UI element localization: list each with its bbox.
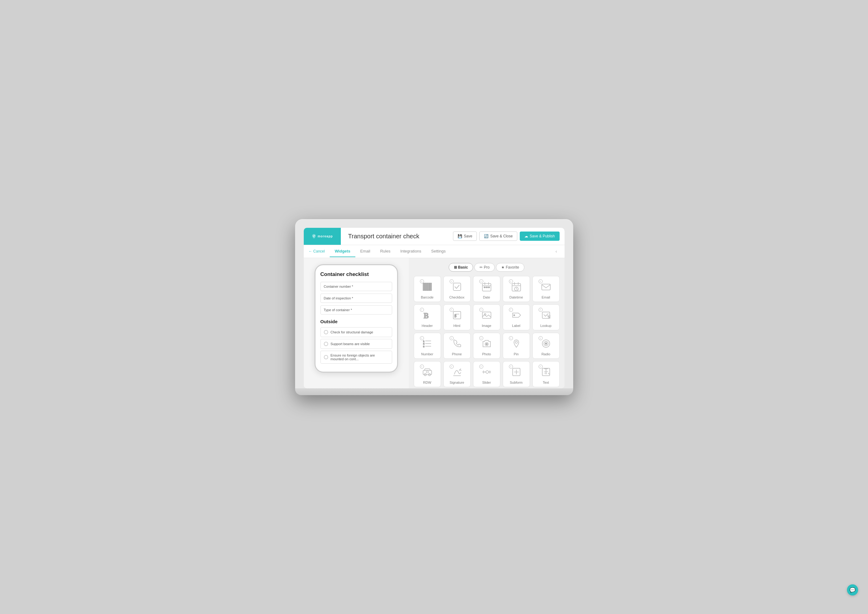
widget-datetime[interactable]: i Da bbox=[503, 276, 530, 302]
photo-icon: i bbox=[480, 337, 493, 350]
widget-pin[interactable]: i Pin bbox=[503, 333, 530, 359]
nav-tabs: Widgets Email Rules Integrations Setting… bbox=[330, 246, 552, 257]
brand-logo: moreapp bbox=[311, 234, 333, 239]
image-label: Image bbox=[482, 324, 491, 327]
widget-text[interactable]: i Text bbox=[532, 361, 560, 387]
widget-phone[interactable]: i Phone bbox=[443, 333, 471, 359]
section-outside: Outside bbox=[320, 319, 392, 324]
lookup-icon: i bbox=[539, 309, 553, 322]
save-icon: 💾 bbox=[457, 234, 462, 238]
phone-label: Phone bbox=[452, 352, 462, 356]
svg-line-22 bbox=[516, 288, 517, 289]
svg-rect-0 bbox=[423, 283, 424, 290]
widget-barcode[interactable]: i bbox=[414, 276, 441, 302]
pin-label: Pin bbox=[514, 352, 519, 356]
checklist-item-2[interactable]: Support beams are visible bbox=[320, 339, 392, 349]
tab-integrations[interactable]: Integrations bbox=[395, 246, 426, 257]
svg-point-55 bbox=[486, 371, 488, 373]
header-icon: i B bbox=[420, 309, 434, 322]
widget-number[interactable]: i 1 2 3 Number bbox=[414, 333, 441, 359]
widget-tab-favorite[interactable]: ★ Favorite bbox=[496, 263, 524, 272]
checklist-item-3[interactable]: Ensure no foreign objects are mounted on… bbox=[320, 351, 392, 364]
save-publish-button[interactable]: ☁ Save & Publish bbox=[520, 231, 559, 241]
slider-icon: i bbox=[480, 365, 493, 379]
app-container: moreapp Transport container check 💾 Save… bbox=[304, 228, 565, 388]
tab-settings[interactable]: Settings bbox=[426, 246, 451, 257]
field-type-container[interactable]: Type of container * bbox=[320, 305, 392, 315]
widget-photo[interactable]: i Photo bbox=[473, 333, 500, 359]
svg-rect-23 bbox=[542, 284, 550, 290]
radio-label: Radio bbox=[541, 352, 550, 356]
svg-rect-13 bbox=[484, 287, 485, 288]
text-icon: i bbox=[539, 365, 553, 379]
svg-text:2: 2 bbox=[423, 342, 425, 345]
collapse-icon[interactable]: ‹ bbox=[553, 248, 560, 255]
brand-name: moreapp bbox=[318, 235, 333, 238]
cancel-link[interactable]: ← Cancel bbox=[309, 249, 329, 253]
widget-signature[interactable]: i Signature bbox=[443, 361, 471, 387]
html-label: Html bbox=[453, 324, 460, 327]
laptop-shell: moreapp Transport container check 💾 Save… bbox=[295, 219, 573, 395]
widget-subform[interactable]: i Subform bbox=[503, 361, 530, 387]
barcode-icon: i bbox=[420, 280, 434, 293]
svg-point-42 bbox=[486, 343, 487, 344]
signature-label: Signature bbox=[450, 381, 464, 385]
barcode-label: Barcode bbox=[421, 295, 434, 299]
label-icon: i bbox=[510, 309, 523, 322]
svg-rect-2 bbox=[425, 283, 426, 290]
date-icon: i bbox=[480, 280, 493, 293]
checkbox-label: Checkbox bbox=[449, 295, 464, 299]
navbar: ← Cancel Widgets Email Rules Integration… bbox=[304, 245, 565, 258]
save-close-button[interactable]: 🔄 Save & Close bbox=[479, 231, 517, 241]
widget-email[interactable]: i Email bbox=[532, 276, 560, 302]
svg-rect-50 bbox=[426, 371, 428, 373]
field-date-inspection[interactable]: Date of inspection * bbox=[320, 293, 392, 303]
svg-text:3: 3 bbox=[423, 345, 425, 348]
pin-icon: i bbox=[510, 337, 523, 350]
email-label: Email bbox=[542, 295, 550, 299]
tab-widgets[interactable]: Widgets bbox=[330, 246, 355, 257]
svg-rect-8 bbox=[453, 283, 460, 290]
svg-point-46 bbox=[545, 343, 547, 344]
widget-grid: i bbox=[414, 276, 560, 388]
widget-tab-basic[interactable]: ⊞ Basic bbox=[449, 263, 473, 272]
widget-checkbox[interactable]: i Checkbox bbox=[443, 276, 471, 302]
svg-point-30 bbox=[513, 315, 515, 315]
html-icon: i 5 bbox=[450, 309, 464, 322]
svg-text:1: 1 bbox=[423, 340, 425, 342]
lookup-label: Lookup bbox=[540, 324, 551, 327]
widget-image[interactable]: i Image bbox=[473, 304, 500, 330]
widget-slider[interactable]: i Slider bbox=[473, 361, 500, 387]
header-label: Header bbox=[422, 324, 432, 327]
checklist-item-1[interactable]: Check for structural damage bbox=[320, 327, 392, 337]
photo-label: Photo bbox=[482, 352, 491, 356]
rdw-label: RDW bbox=[423, 381, 431, 385]
widget-header[interactable]: i B Header bbox=[414, 304, 441, 330]
label-label: Label bbox=[512, 324, 520, 327]
widget-date[interactable]: i Da bbox=[473, 276, 500, 302]
radio-icon: i bbox=[539, 337, 553, 350]
radio-circle-2 bbox=[324, 342, 328, 346]
widget-tab-pro[interactable]: ✏ Pro bbox=[474, 263, 495, 272]
date-label: Date bbox=[483, 295, 490, 299]
widget-rdw[interactable]: i RDW bbox=[414, 361, 441, 387]
widget-label[interactable]: i Label bbox=[503, 304, 530, 330]
svg-point-43 bbox=[515, 341, 517, 343]
brand-area: moreapp bbox=[304, 228, 341, 245]
tab-rules[interactable]: Rules bbox=[375, 246, 395, 257]
widget-lookup[interactable]: i Lookup bbox=[532, 304, 560, 330]
topbar-actions: 💾 Save 🔄 Save & Close ☁ Save & Publish bbox=[453, 231, 564, 241]
field-container-number[interactable]: Container number * bbox=[320, 282, 392, 291]
laptop-base bbox=[295, 388, 573, 395]
save-button[interactable]: 💾 Save bbox=[453, 231, 477, 241]
svg-rect-6 bbox=[429, 283, 431, 290]
svg-rect-7 bbox=[431, 283, 431, 290]
widget-radio[interactable]: i Radio bbox=[532, 333, 560, 359]
number-label: Number bbox=[421, 352, 433, 356]
datetime-icon: i bbox=[510, 280, 523, 293]
datetime-label: Datetime bbox=[509, 295, 523, 299]
svg-rect-16 bbox=[512, 284, 521, 291]
tab-email[interactable]: Email bbox=[355, 246, 375, 257]
form-title: Container checklist bbox=[320, 271, 392, 278]
widget-html[interactable]: i 5 Html bbox=[443, 304, 471, 330]
